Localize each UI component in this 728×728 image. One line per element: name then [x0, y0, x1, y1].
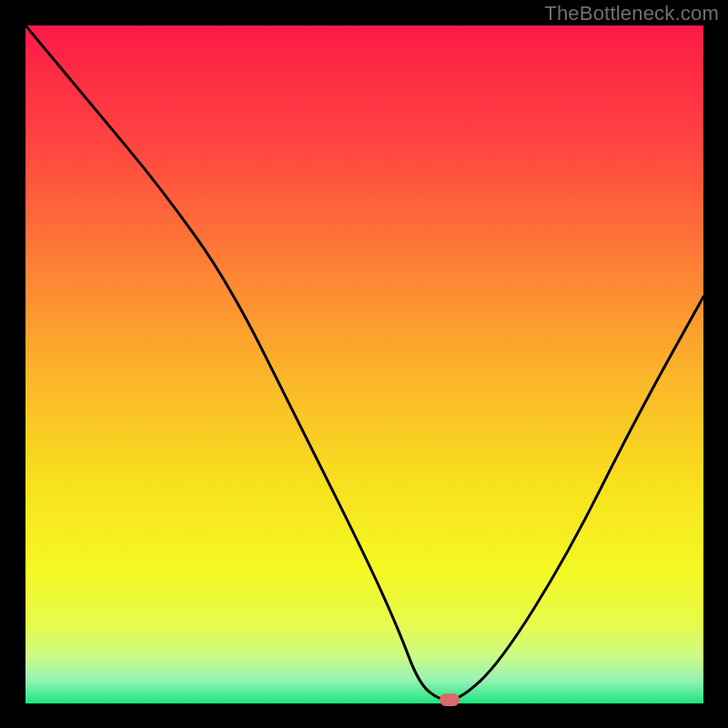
watermark-text: TheBottleneck.com — [544, 2, 719, 25]
plot-area — [25, 25, 703, 703]
chart-container: TheBottleneck.com — [0, 0, 728, 728]
chart-svg — [25, 25, 703, 703]
optimum-marker — [440, 693, 460, 706]
gradient-background — [25, 25, 703, 703]
